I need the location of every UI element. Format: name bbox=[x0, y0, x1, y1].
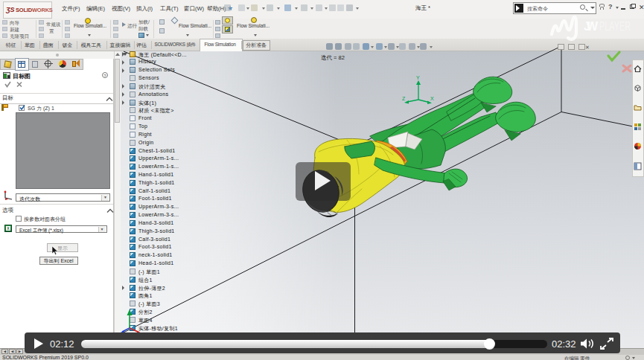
svg-text:Z: Z bbox=[402, 96, 406, 101]
svg-text:Y: Y bbox=[416, 75, 420, 80]
svg-text:PLAYER: PLAYER bbox=[599, 19, 631, 33]
svg-text:JW: JW bbox=[584, 19, 598, 33]
svg-text:X: X bbox=[430, 96, 434, 101]
